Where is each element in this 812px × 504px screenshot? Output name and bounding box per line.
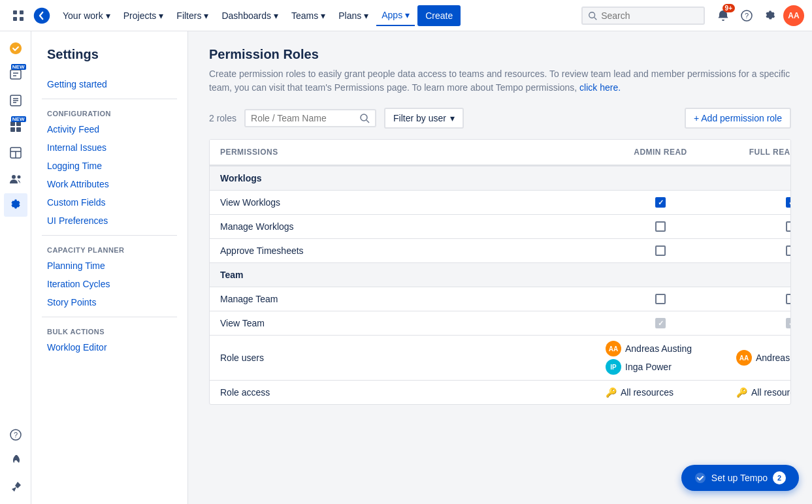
checkbox-admin-manage-worklogs[interactable] [655,221,666,232]
checkbox-admin-view-team [655,318,666,328]
svg-rect-15 [10,121,15,126]
page-title: Permission Roles [209,47,791,62]
full-view-worklogs-check[interactable] [726,191,791,214]
user-row-aa-full: AA Andreas Austing [736,350,791,366]
nav-custom-fields[interactable]: Custom Fields [42,193,177,212]
nav-getting-started[interactable]: Getting started [42,75,177,93]
checkbox-full-approve[interactable] [786,245,791,256]
click-here-link[interactable]: click here. [579,82,621,93]
nav-work-attributes[interactable]: Work Attributes [42,175,177,193]
nav-projects[interactable]: Projects ▾ [118,5,169,26]
sidebar-tempo-icon[interactable] [4,37,27,60]
settings-sidebar: Settings Getting started CONFIGURATION A… [31,31,188,504]
admin-all-resources: All resources [621,387,674,398]
nav-right-icons: 9+ ? AA [713,5,804,26]
page-description: Create permission roles to easily grant … [209,67,791,95]
checkbox-full-manage-team[interactable] [786,294,791,304]
user-avatar[interactable]: AA [783,5,804,26]
full-manage-team-check[interactable] [726,287,791,311]
nav-ui-preferences[interactable]: UI Preferences [42,212,177,230]
header-permissions: Permissions [210,140,595,165]
search-input[interactable] [601,10,698,21]
nav-teams[interactable]: Teams ▾ [286,5,331,26]
checkbox-admin-approve[interactable] [655,245,666,256]
admin-view-team-check[interactable] [595,311,726,335]
sidebar-help-icon[interactable]: ? [4,423,27,447]
nav-story-points[interactable]: Story Points [42,293,177,311]
nav-apps[interactable]: Apps ▾ [376,5,415,26]
checkbox-full-manage-worklogs[interactable] [786,221,791,232]
svg-point-29 [695,473,706,483]
jira-logo[interactable] [31,5,52,26]
main-container: Settings Getting started CONFIGURATION A… [31,31,812,504]
sidebar-new-icon[interactable]: NEW [4,63,27,86]
nav-filters[interactable]: Filters ▾ [171,5,214,26]
nav-internal-issues[interactable]: Internal Issues [42,138,177,157]
search-icon [588,10,597,21]
grid-icon[interactable] [8,5,29,26]
full-manage-worklogs-check[interactable] [726,215,791,238]
checkbox-admin-manage-team[interactable] [655,294,666,304]
search-bar[interactable] [581,7,705,25]
help-button[interactable]: ? [736,5,757,26]
notifications-button[interactable]: 9+ [713,5,734,26]
key-icon-full: 🔑 [736,387,747,398]
role-search-input[interactable] [251,113,355,123]
new-badge-2: NEW [11,116,26,122]
perm-manage-worklogs: Manage Worklogs [210,215,595,238]
notification-badge: 9+ [723,4,735,12]
svg-rect-18 [16,127,21,132]
sidebar-list-icon[interactable] [4,89,27,112]
sidebar-table-icon[interactable] [4,141,27,165]
sidebar-pin-icon[interactable] [4,475,27,499]
key-icon-admin: 🔑 [606,387,617,398]
nav-activity-feed[interactable]: Activity Feed [42,120,177,138]
full-read-users: AA Andreas Austing [726,345,791,371]
search-icon-small [359,113,370,123]
table-row-view-worklogs: View Worklogs [210,190,790,214]
sidebar-settings-icon[interactable] [4,193,27,217]
perm-view-worklogs: View Worklogs [210,191,595,214]
svg-line-5 [594,17,597,20]
section-bulk-actions: BULK ACTIONS [42,323,177,338]
toolbar: 2 roles Filter by user ▾ + Add permissio… [209,108,791,129]
section-team: Team [210,262,790,287]
admin-read-access: 🔑 All resources [595,385,726,400]
admin-read-users: AA Andreas Austing IP Inga Power [595,336,726,380]
user-name-aa-full: Andreas Austing [756,353,791,363]
svg-point-4 [589,12,595,18]
create-button[interactable]: Create [417,5,461,26]
full-approve-check[interactable] [726,239,791,262]
nav-iteration-cycles[interactable]: Iteration Cycles [42,275,177,293]
nav-your-work[interactable]: Your work ▾ [57,5,116,26]
settings-button[interactable] [760,5,781,26]
sidebar-people-icon[interactable] [4,167,27,191]
nav-plans[interactable]: Plans ▾ [333,5,374,26]
setup-tempo-badge: 2 [773,471,786,484]
table-row-manage-worklogs: Manage Worklogs [210,214,790,238]
user-name-ip-admin: Inga Power [625,362,672,372]
nav-worklog-editor[interactable]: Worklog Editor [42,338,177,356]
admin-view-worklogs-check[interactable] [595,191,726,214]
filter-by-user-button[interactable]: Filter by user ▾ [384,108,464,129]
main-content: Permission Roles Create permission roles… [188,31,812,504]
admin-approve-check[interactable] [595,239,726,262]
nav-planning-time[interactable]: Planning Time [42,257,177,275]
role-search[interactable] [244,109,376,127]
table-header: Permissions Admin Read Full Read Access [210,140,790,166]
table-row-approve-timesheets: Approve Timesheets [210,238,790,262]
sidebar-rocket-icon[interactable] [4,449,27,473]
sidebar-grid-new-icon[interactable]: NEW [4,115,27,138]
perm-approve-timesheets: Approve Timesheets [210,239,595,262]
setup-tempo-button[interactable]: Set up Tempo 2 [681,465,799,491]
admin-manage-worklogs-check[interactable] [595,215,726,238]
full-view-team-check[interactable] [726,311,791,335]
checkbox-admin-view-worklogs[interactable] [655,197,666,208]
nav-logging-time[interactable]: Logging Time [42,157,177,175]
checkbox-full-view-worklogs[interactable] [786,197,791,208]
user-row-ip-admin: IP Inga Power [606,359,715,375]
add-permission-role-button[interactable]: + Add permission role [685,108,791,129]
admin-manage-team-check[interactable] [595,287,726,311]
svg-point-27 [361,114,367,121]
nav-dashboards[interactable]: Dashboards ▾ [216,5,284,26]
